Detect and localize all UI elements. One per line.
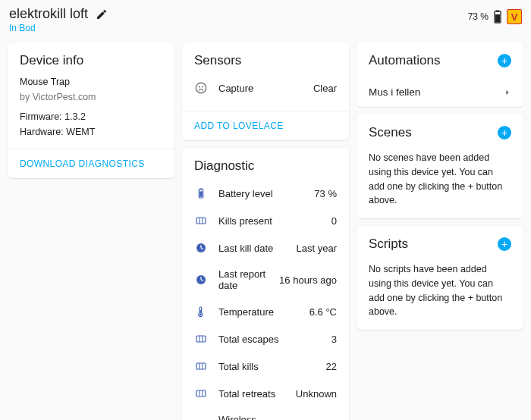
column-2: Sensors Capture Clear ADD TO LOVELACE Di… <box>182 42 349 420</box>
scripts-title-text: Scripts <box>369 237 408 252</box>
counter-icon <box>194 359 208 373</box>
scenes-card: Scenes + No scenes have been added using… <box>357 114 523 218</box>
scenes-title: Scenes + <box>369 125 511 140</box>
battery-icon <box>493 10 502 24</box>
diagnostic-title: Diagnostic <box>194 158 337 174</box>
diagnostic-row[interactable]: Last kill dateLast year <box>194 234 337 262</box>
edit-icon[interactable] <box>96 8 108 20</box>
diagnostic-value: 22 <box>326 361 337 372</box>
device-hardware: Hardware: WEMT <box>20 124 162 139</box>
svg-point-3 <box>196 83 206 93</box>
diagnostic-label: Total escapes <box>218 334 321 345</box>
brand-logo: V <box>507 9 522 24</box>
diagnostic-label: Last kill date <box>218 243 286 254</box>
diagnostic-label: Battery level <box>218 188 303 199</box>
page-header: elektrokill loft In Bod 73 % V <box>0 0 531 36</box>
scripts-card: Scripts + No scripts have been added usi… <box>357 226 523 330</box>
sensor-row-capture[interactable]: Capture Clear <box>194 74 337 102</box>
scenes-title-text: Scenes <box>369 125 412 140</box>
diagnostic-label: Kills present <box>218 215 321 227</box>
diagnostic-row[interactable]: Kills present0 <box>194 207 337 234</box>
scripts-title: Scripts + <box>369 237 511 252</box>
diagnostic-row[interactable]: Battery level73 % <box>194 180 337 207</box>
sensor-value: Clear <box>313 83 337 94</box>
svg-rect-9 <box>196 218 206 224</box>
svg-rect-2 <box>495 14 500 22</box>
header-right: 73 % V <box>468 6 522 24</box>
thermo-icon <box>194 305 208 318</box>
counter-icon <box>194 214 208 227</box>
diagnostic-row[interactable]: Total retreatsUnknown <box>194 380 337 407</box>
svg-rect-7 <box>200 188 203 189</box>
diagnostic-value: Last year <box>297 243 337 254</box>
diagnostic-row[interactable]: Wireless network rssi-42 dBm <box>194 407 337 420</box>
automations-title: Automations + <box>369 53 511 68</box>
chevron-right-icon <box>504 87 511 98</box>
counter-icon <box>194 387 208 400</box>
scripts-empty-text: No scripts have been added using this de… <box>357 262 523 330</box>
face-icon <box>194 81 208 95</box>
automations-card: Automations + Mus i fellen <box>357 42 523 107</box>
add-script-button[interactable]: + <box>498 237 511 251</box>
battery-icon <box>194 186 208 200</box>
sensors-add-lovelace-button[interactable]: ADD TO LOVELACE <box>182 111 349 140</box>
device-firmware: Firmware: 1.3.2 <box>20 109 162 124</box>
download-diagnostics-button[interactable]: DOWNLOAD DIAGNOSTICS <box>8 149 174 178</box>
diagnostic-label: Last report date <box>218 268 269 291</box>
svg-rect-19 <box>196 363 206 369</box>
device-name: elektrokill loft <box>9 6 88 22</box>
diagnostic-label: Temperature <box>218 306 299 318</box>
automation-label: Mus i fellen <box>369 86 420 98</box>
counter-icon <box>194 332 208 346</box>
device-info-card: Device info Mouse Trap by VictorPest.com… <box>8 42 174 178</box>
svg-rect-16 <box>196 336 206 342</box>
page-title: elektrokill loft <box>9 6 468 22</box>
diagnostic-value: 16 hours ago <box>279 274 337 286</box>
scenes-empty-text: No scenes have been added using this dev… <box>357 151 523 218</box>
battery-percent: 73 % <box>468 11 489 22</box>
diagnostic-value: Unknown <box>296 388 337 400</box>
column-3: Automations + Mus i fellen Scenes + No s… <box>357 42 523 420</box>
sensor-label: Capture <box>218 83 303 94</box>
column-1: Device info Mouse Trap by VictorPest.com… <box>8 42 174 420</box>
svg-rect-8 <box>200 191 202 196</box>
header-left: elektrokill loft In Bod <box>9 6 468 33</box>
clock-icon <box>194 241 208 255</box>
diagnostic-value: 6.6 °C <box>309 306 337 318</box>
diagnostic-row[interactable]: Temperature6.6 °C <box>194 298 337 325</box>
svg-point-5 <box>203 86 203 87</box>
content-columns: Device info Mouse Trap by VictorPest.com… <box>0 36 531 420</box>
svg-rect-1 <box>496 11 499 12</box>
diagnostic-label: Total kills <box>218 361 316 372</box>
svg-rect-22 <box>196 390 206 396</box>
diagnostic-value: 3 <box>331 334 337 345</box>
diagnostic-label: Wireless network rssi <box>218 414 289 420</box>
diagnostic-row[interactable]: Last report date16 hours ago <box>194 262 337 298</box>
diagnostic-value: 0 <box>331 215 337 227</box>
diagnostic-card: Diagnostic Battery level73 %Kills presen… <box>182 148 349 420</box>
diagnostic-value: 73 % <box>314 188 337 199</box>
add-automation-button[interactable]: + <box>498 54 511 67</box>
svg-point-4 <box>199 86 200 87</box>
automations-title-text: Automations <box>369 53 441 68</box>
diagnostic-label: Total retreats <box>218 388 285 400</box>
svg-point-14 <box>200 314 202 316</box>
sensors-title: Sensors <box>194 53 337 68</box>
diagnostic-row[interactable]: Total escapes3 <box>194 325 337 353</box>
add-scene-button[interactable]: + <box>498 126 511 139</box>
device-model: Mouse Trap <box>20 74 162 89</box>
automation-item[interactable]: Mus i fellen <box>357 77 523 107</box>
diagnostic-row[interactable]: Total kills22 <box>194 353 337 380</box>
location-link[interactable]: In Bod <box>9 23 468 33</box>
device-manufacturer: by VictorPest.com <box>20 89 162 105</box>
sensors-card: Sensors Capture Clear ADD TO LOVELACE <box>182 42 349 140</box>
clock-icon <box>194 273 208 287</box>
device-info-title: Device info <box>20 53 162 68</box>
